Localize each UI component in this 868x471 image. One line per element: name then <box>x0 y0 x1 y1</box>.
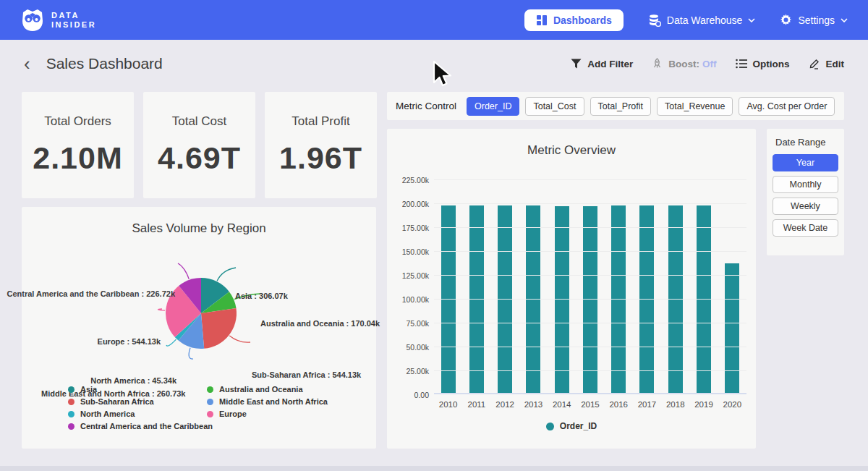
pie-chart-title: Sales Volume by Region <box>22 207 376 236</box>
date-range-option-button[interactable]: Year <box>773 154 838 171</box>
pie-label-europe: Europe : 544.13k <box>98 337 161 346</box>
legend-item[interactable]: Order_ID <box>546 421 597 431</box>
legend-item[interactable]: Europe <box>207 410 328 418</box>
legend-dot-icon <box>68 423 75 430</box>
y-axis-tick-label: 175.00k <box>393 224 429 232</box>
bar-slot <box>689 178 718 393</box>
date-range-label: Date Range <box>775 137 838 148</box>
x-axis-tick-label: 2014 <box>548 400 576 409</box>
bar-slot <box>491 178 519 393</box>
x-axis-tick-label: 2013 <box>519 400 548 409</box>
pie-leader-line <box>166 339 176 346</box>
options-button[interactable]: Options <box>736 59 790 69</box>
pie-chart[interactable]: Central America and the Caribbean : 226.… <box>22 236 376 388</box>
legend-label: Europe <box>219 410 247 418</box>
pie-label-central-america: Central America and the Caribbean : 226.… <box>7 289 175 298</box>
x-axis-ticks: 2010201120122013201420152016201720182019… <box>434 400 746 409</box>
legend-dot-icon <box>207 386 213 393</box>
add-filter-button[interactable]: Add Filter <box>571 59 633 69</box>
legend-item[interactable]: Sub-Saharan Africa <box>68 397 207 406</box>
x-axis-tick-label: 2018 <box>661 400 689 409</box>
rocket-icon <box>652 58 663 69</box>
owl-logo-icon <box>20 8 45 33</box>
bar-chart-card: Metric Overview 225.00k200.00k175.00k150… <box>387 129 756 449</box>
legend-item[interactable]: Central America and the Caribbean <box>68 422 207 430</box>
kpi-value: 1.96T <box>279 140 362 176</box>
boost-value: Off <box>702 59 717 69</box>
metric-control-label: Metric Control <box>396 101 456 111</box>
bar-slot <box>661 178 689 393</box>
bar[interactable] <box>725 263 739 394</box>
kpi-value: 4.69T <box>158 140 241 176</box>
bar-slot <box>434 178 462 393</box>
database-icon <box>648 14 661 27</box>
gridline <box>434 370 746 371</box>
nav-dashboards-button[interactable]: Dashboards <box>524 9 624 31</box>
legend-item[interactable]: North America <box>68 410 207 418</box>
legend-dot-icon <box>207 411 213 417</box>
legend-label: Middle East and North Africa <box>219 397 328 406</box>
nav-data-warehouse[interactable]: Data Warehouse <box>648 14 756 27</box>
legend-dot-icon <box>546 423 554 430</box>
date-range-option-button[interactable]: Monthly <box>773 176 838 193</box>
pie-label-asia: Asia : 306.07k <box>235 292 288 300</box>
nav-dashboards-label: Dashboards <box>553 14 612 26</box>
bar-slot <box>548 178 576 393</box>
gridline <box>434 299 746 300</box>
y-axis-tick-label: 25.00k <box>393 367 429 375</box>
nav-settings[interactable]: Settings <box>780 14 848 26</box>
options-label: Options <box>753 59 790 69</box>
metric-option-button[interactable]: Total_Revenue <box>657 97 733 116</box>
kpi-card-total-profit: Total Profit 1.96T <box>265 92 377 198</box>
legend-label: Asia <box>80 385 97 394</box>
kpi-value: 2.10M <box>33 140 123 176</box>
metric-option-button[interactable]: Total_Profit <box>590 97 652 116</box>
pie-chart-card: Sales Volume by Region Central America a… <box>22 207 376 449</box>
kpi-card-total-orders: Total Orders 2.10M <box>22 92 134 198</box>
boost-toggle[interactable]: Boost: Off <box>652 58 716 69</box>
bar-plot-area <box>434 179 746 394</box>
brand-logo[interactable]: DATA INSIDER <box>20 8 96 33</box>
x-axis-tick-label: 2011 <box>462 400 490 409</box>
bar-chart-title: Metric Overview <box>387 129 756 158</box>
kpi-label: Total Cost <box>172 114 227 129</box>
x-axis-tick-label: 2020 <box>718 400 746 409</box>
pie-svg <box>22 236 376 388</box>
back-button[interactable]: ‹ <box>24 56 30 71</box>
date-range-panel: Date Range YearMonthlyWeeklyWeek Date <box>767 129 844 255</box>
nav-data-warehouse-label: Data Warehouse <box>667 14 743 26</box>
x-axis-tick-label: 2016 <box>605 400 633 409</box>
edit-button[interactable]: Edit <box>809 58 845 69</box>
pencil-icon <box>809 58 820 69</box>
legend-dot-icon <box>207 399 213 405</box>
pie-leader-line <box>158 309 165 310</box>
bottom-strip <box>0 466 868 471</box>
x-axis-tick-label: 2010 <box>434 400 462 409</box>
metric-button-group: Order_IDTotal_CostTotal_ProfitTotal_Reve… <box>467 97 835 116</box>
bar-chart[interactable]: 225.00k200.00k175.00k150.00k125.00k100.0… <box>387 166 756 449</box>
metric-option-button[interactable]: Avg. Cost per Order <box>739 97 835 116</box>
x-axis-tick-label: 2012 <box>491 400 519 409</box>
edit-label: Edit <box>826 59 845 69</box>
legend-item[interactable]: Middle East and North Africa <box>207 397 328 406</box>
x-axis-tick-label: 2019 <box>689 400 718 409</box>
bar-slot <box>718 178 746 393</box>
bar-slot <box>605 178 633 393</box>
gridline <box>434 347 746 347</box>
bar-slot <box>576 178 604 393</box>
pie-slice[interactable] <box>201 308 237 349</box>
nav-settings-label: Settings <box>798 14 835 26</box>
date-range-option-button[interactable]: Week Date <box>773 219 838 237</box>
legend-item[interactable]: Asia <box>68 385 207 394</box>
bar-slot <box>633 178 661 393</box>
kpi-card-total-cost: Total Cost 4.69T <box>143 92 255 198</box>
metric-option-button[interactable]: Total_Cost <box>525 97 584 116</box>
date-range-option-button[interactable]: Weekly <box>773 198 838 215</box>
page-header: ‹ Sales Dashboard Add Filter Boost: Off … <box>0 40 868 88</box>
metric-option-button[interactable]: Order_ID <box>467 97 519 116</box>
metric-control-bar: Metric Control Order_IDTotal_CostTotal_P… <box>387 92 844 120</box>
pie-label-north-america: North America : 45.34k <box>90 376 176 385</box>
legend-dot-icon <box>68 386 75 393</box>
bar-chart-legend: Order_ID <box>387 421 756 431</box>
legend-item[interactable]: Australia and Oceania <box>207 385 328 394</box>
